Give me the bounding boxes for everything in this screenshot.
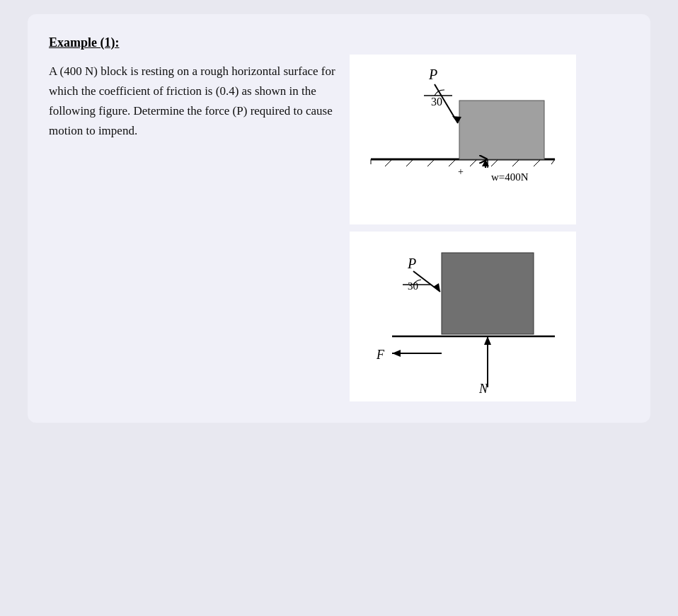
diagram-top: P 30 + w=400N xyxy=(350,55,576,224)
svg-rect-11 xyxy=(459,101,544,159)
svg-marker-28 xyxy=(433,283,440,292)
svg-text:F: F xyxy=(376,348,385,362)
problem-line4: motion to impend. xyxy=(49,124,137,137)
problem-line3: following figure. Determine the force (P… xyxy=(49,104,333,118)
svg-text:30: 30 xyxy=(408,280,418,292)
page-container: Example (1): A (400 N) block is resting … xyxy=(28,14,650,423)
svg-text:N: N xyxy=(478,382,488,396)
diagram-bottom: P 30 F N xyxy=(350,232,576,401)
problem-line1: A (400 N) block is resting on a rough ho… xyxy=(49,64,335,78)
svg-marker-33 xyxy=(392,350,401,357)
svg-marker-36 xyxy=(484,336,491,345)
text-column: A (400 N) block is resting on a rough ho… xyxy=(49,62,335,155)
svg-text:P: P xyxy=(407,256,416,271)
content-area: A (400 N) block is resting on a rough ho… xyxy=(49,62,629,401)
diagrams-column: P 30 + w=400N xyxy=(350,55,576,401)
svg-text:+: + xyxy=(458,166,464,177)
svg-text:w=400N: w=400N xyxy=(491,171,529,183)
svg-rect-25 xyxy=(442,253,534,334)
svg-text:30: 30 xyxy=(431,96,442,108)
problem-line2: which the coefficient of friction is (0.… xyxy=(49,84,316,98)
svg-text:P: P xyxy=(428,67,437,82)
example-title: Example (1): xyxy=(49,35,629,50)
problem-text: A (400 N) block is resting on a rough ho… xyxy=(49,62,335,141)
